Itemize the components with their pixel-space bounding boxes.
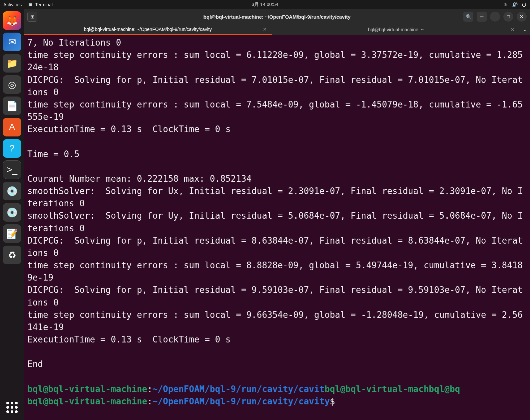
tab-1[interactable]: bql@bql-virtual-machine: ~/OpenFOAM/bql-… bbox=[24, 24, 272, 35]
menu-button[interactable]: ☰ bbox=[477, 12, 487, 22]
minimize-icon: — bbox=[493, 14, 497, 19]
window-title: bql@bql-virtual-machine: ~/OpenFOAM/bql-… bbox=[204, 14, 351, 20]
terminal-window: ⊞ bql@bql-virtual-machine: ~/OpenFOAM/bq… bbox=[24, 9, 530, 420]
dock-software[interactable]: A bbox=[3, 118, 21, 136]
hamburger-icon: ☰ bbox=[480, 14, 484, 19]
term-line: smoothSolver: Solving for Uy, Initial re… bbox=[27, 211, 523, 233]
tab-2-label: bql@bql-virtual-machine: ~ bbox=[368, 27, 424, 32]
prompt-dollar: $ bbox=[330, 396, 335, 406]
term-line: ExecutionTime = 0.13 s ClockTime = 0 s bbox=[27, 334, 231, 344]
term-line: DICPCG: Solving for p, Initial residual … bbox=[27, 285, 523, 307]
prompt-sep: : bbox=[147, 396, 153, 406]
dock: 🦊 ✉ 📁 ◎ 📄 A ? >_ 💿 💿 📝 ♻ bbox=[0, 9, 24, 420]
dock-help[interactable]: ? bbox=[3, 139, 21, 158]
term-line: Time = 0.5 bbox=[27, 149, 80, 159]
dock-writer[interactable]: 📄 bbox=[3, 97, 21, 115]
new-tab-icon: ⊞ bbox=[30, 14, 35, 20]
minimize-button[interactable]: — bbox=[490, 12, 500, 22]
prompt-extra: bql@bql-virtual-mach bbox=[324, 384, 429, 394]
network-icon[interactable]: ⎚ bbox=[503, 2, 508, 7]
term-line: time step continuity errors : sum local … bbox=[27, 260, 523, 283]
power-icon[interactable]: ⏻ bbox=[521, 2, 527, 7]
prompt-path: ~/OpenFOAM/bql-9/run/cavity/cavit bbox=[153, 384, 325, 394]
maximize-button[interactable]: □ bbox=[503, 12, 513, 22]
dock-terminal[interactable]: >_ bbox=[3, 160, 21, 179]
dock-text-editor[interactable]: 📝 bbox=[3, 224, 21, 243]
datetime[interactable]: 3月 14 00:54 bbox=[252, 2, 278, 8]
close-icon: ✕ bbox=[520, 14, 524, 19]
term-line: Courant Number mean: 0.222158 max: 0.852… bbox=[27, 174, 252, 184]
dock-thunderbird[interactable]: ✉ bbox=[3, 33, 21, 51]
volume-icon[interactable]: 🔊 bbox=[512, 2, 517, 7]
dock-files[interactable]: 📁 bbox=[3, 54, 21, 73]
maximize-icon: □ bbox=[507, 14, 510, 19]
chevron-down-icon: ⌄ bbox=[523, 26, 527, 33]
term-line: DICPCG: Solving for p, Initial residual … bbox=[27, 75, 523, 97]
activities-button[interactable]: Activities bbox=[3, 2, 22, 7]
term-line: ExecutionTime = 0.13 s ClockTime = 0 s bbox=[27, 124, 231, 134]
gnome-topbar: Activities ▣ Terminal 3月 14 00:54 ⎚ 🔊 ⏻ bbox=[0, 0, 530, 9]
tab-1-close[interactable]: ✕ bbox=[263, 27, 267, 32]
prompt-extra: bql@bq bbox=[429, 384, 460, 394]
term-line: smoothSolver: Solving for Ux, Initial re… bbox=[27, 186, 523, 208]
term-line: time step continuity errors : sum local … bbox=[27, 100, 523, 122]
new-tab-button[interactable]: ⊞ bbox=[27, 12, 37, 22]
window-header: ⊞ bql@bql-virtual-machine: ~/OpenFOAM/bq… bbox=[24, 9, 530, 24]
term-line: time step continuity errors : sum local … bbox=[27, 50, 523, 72]
prompt-user: bql@bql-virtual-machine bbox=[27, 384, 147, 394]
tab-2-close[interactable]: ✕ bbox=[511, 27, 515, 32]
dock-firefox[interactable]: 🦊 bbox=[3, 11, 21, 30]
term-line: End bbox=[27, 359, 43, 369]
tab-2[interactable]: bql@bql-virtual-machine: ~ ✕ bbox=[272, 24, 520, 35]
term-line: 7, No Iterations 0 bbox=[27, 38, 121, 48]
tab-bar: bql@bql-virtual-machine: ~/OpenFOAM/bql-… bbox=[24, 24, 530, 35]
dock-disc-1[interactable]: 💿 bbox=[3, 182, 21, 200]
terminal-icon: ▣ bbox=[28, 2, 33, 7]
search-button[interactable]: 🔍 bbox=[463, 12, 473, 22]
search-icon: 🔍 bbox=[466, 14, 471, 19]
close-button[interactable]: ✕ bbox=[517, 12, 527, 22]
dock-disc-2[interactable]: 💿 bbox=[3, 203, 21, 222]
tab-1-label: bql@bql-virtual-machine: ~/OpenFOAM/bql-… bbox=[84, 27, 212, 32]
app-menu[interactable]: ▣ Terminal bbox=[28, 2, 53, 7]
dock-rhythmbox[interactable]: ◎ bbox=[3, 75, 21, 94]
prompt-path: ~/OpenFOAM/bql-9/run/cavity/cavity bbox=[153, 396, 330, 406]
term-line: time step continuity errors : sum local … bbox=[27, 310, 523, 332]
dock-show-apps[interactable] bbox=[3, 398, 21, 417]
prompt-sep: : bbox=[147, 384, 153, 394]
term-line: DICPCG: Solving for p, Initial residual … bbox=[27, 236, 523, 258]
tabs-dropdown[interactable]: ⌄ bbox=[520, 24, 530, 35]
app-menu-label: Terminal bbox=[35, 2, 53, 7]
dock-trash[interactable]: ♻ bbox=[3, 246, 21, 264]
terminal-content[interactable]: 7, No Iterations 0 time step continuity … bbox=[24, 35, 530, 420]
prompt-user: bql@bql-virtual-machine bbox=[27, 396, 147, 406]
